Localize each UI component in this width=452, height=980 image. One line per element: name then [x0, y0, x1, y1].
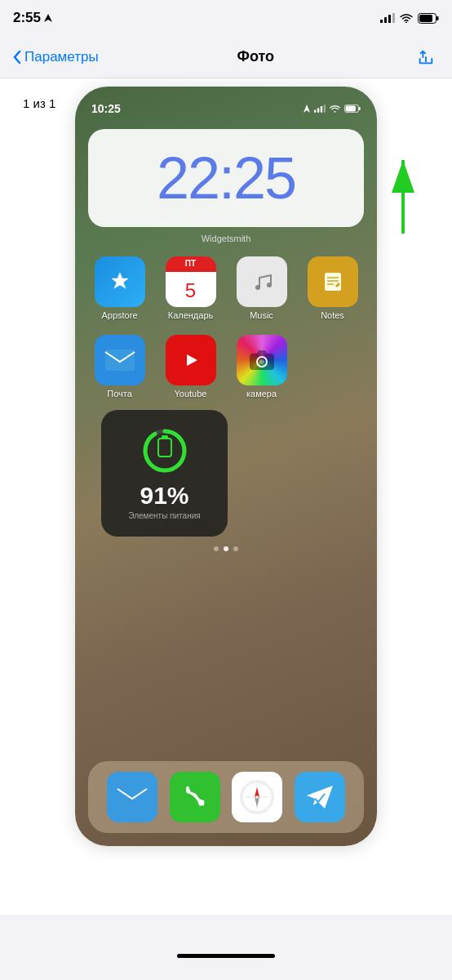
notes-icon	[308, 256, 358, 307]
phone-status-icons	[304, 105, 361, 113]
back-button[interactable]: Параметры	[13, 49, 99, 65]
camera-label: камера	[246, 389, 277, 399]
dock-phone-icon[interactable]	[170, 772, 220, 822]
svg-rect-7	[436, 16, 439, 20]
bottom-bar	[0, 915, 452, 980]
svg-rect-4	[392, 13, 395, 23]
svg-rect-19	[346, 106, 356, 112]
arrow-annotation	[354, 144, 419, 245]
widget-clock-time: 22:25	[157, 149, 295, 207]
mail-label: Почта	[107, 389, 132, 399]
svg-marker-0	[44, 14, 52, 22]
youtube-icon	[166, 335, 216, 385]
wifi-icon	[400, 13, 413, 23]
widget-name: Widgetsmith	[75, 230, 377, 245]
battery-widget: 91% Элементы питания	[101, 410, 228, 537]
svg-rect-13	[317, 108, 319, 112]
youtube-label: Youtube	[175, 389, 207, 399]
svg-point-20	[255, 285, 260, 290]
svg-rect-26	[105, 350, 135, 371]
phone-status-bar: 10:25	[75, 87, 377, 122]
location-icon	[44, 14, 52, 22]
svg-rect-34	[158, 439, 171, 457]
calendar-icon: ПТ 5	[166, 256, 216, 307]
dock-mail-icon[interactable]	[107, 772, 157, 822]
svg-rect-12	[314, 110, 316, 113]
music-logo	[250, 270, 274, 294]
dock-telegram-icon[interactable]	[295, 772, 345, 822]
app-icon-music[interactable]: Music	[230, 256, 293, 320]
phone-signal-icon	[314, 105, 326, 113]
mail-logo	[104, 349, 135, 372]
phone-mockup: 10:25	[75, 87, 377, 846]
battery-ring	[140, 426, 189, 475]
svg-rect-36	[117, 786, 148, 808]
appstore-label: Appstore	[101, 310, 137, 320]
signal-icon	[380, 13, 395, 23]
status-bar: 2:55	[0, 0, 452, 36]
svg-rect-18	[359, 107, 361, 110]
dock	[88, 761, 364, 833]
notes-label: Notes	[321, 310, 344, 320]
nav-title: Фото	[237, 48, 274, 65]
photo-counter: 1 из 1	[15, 93, 64, 114]
svg-rect-1	[380, 20, 383, 23]
phone-location-icon	[304, 105, 310, 113]
dot-1	[214, 546, 219, 551]
phone-battery-icon	[344, 105, 361, 113]
phone-screen: 10:25	[75, 87, 377, 846]
app-icon-notes[interactable]: Notes	[301, 256, 364, 320]
svg-rect-14	[321, 106, 322, 113]
svg-rect-3	[388, 15, 391, 23]
app-icon-camera[interactable]: камера	[230, 335, 293, 399]
svg-rect-35	[162, 435, 168, 439]
battery-widget-container: 91% Элементы питания	[75, 410, 377, 537]
camera-icon	[237, 335, 287, 385]
notes-logo	[319, 268, 347, 296]
mail-icon	[95, 335, 145, 385]
battery-label-text: Элементы питания	[128, 511, 200, 520]
svg-rect-2	[384, 17, 387, 23]
share-button[interactable]	[413, 44, 439, 70]
app-grid: Appstore ПТ 5 Календарь	[75, 245, 377, 399]
phone-status-time: 10:25	[91, 102, 121, 115]
nav-bar: Параметры Фото	[0, 36, 452, 78]
appstore-icon	[95, 256, 145, 307]
status-icons	[380, 13, 439, 24]
battery-ring-svg	[140, 426, 189, 475]
svg-point-5	[405, 22, 407, 24]
phone-wifi-icon	[330, 105, 340, 113]
back-chevron-icon	[13, 51, 21, 64]
app-icon-appstore[interactable]: Appstore	[88, 256, 151, 320]
share-icon	[417, 48, 435, 66]
status-time: 2:55	[13, 10, 52, 26]
svg-point-21	[267, 283, 272, 287]
photo-viewer: 1 из 1 10:25	[0, 78, 452, 915]
youtube-logo	[175, 349, 207, 372]
app-icon-mail[interactable]: Почта	[88, 335, 151, 399]
svg-point-31	[259, 359, 264, 364]
calendar-label: Календарь	[168, 310, 214, 320]
home-indicator	[177, 954, 275, 958]
dot-3	[233, 546, 238, 551]
app-icon-calendar[interactable]: ПТ 5 Календарь	[159, 256, 222, 320]
appstore-logo	[106, 268, 134, 296]
music-icon	[237, 256, 287, 307]
camera-logo	[248, 349, 276, 372]
battery-icon	[418, 13, 439, 24]
svg-rect-15	[324, 105, 326, 112]
clock-widget: 22:25	[88, 129, 364, 227]
page-dots	[75, 546, 377, 551]
svg-rect-8	[419, 15, 432, 22]
dock-safari-icon[interactable]	[232, 772, 282, 822]
app-icon-youtube[interactable]: Youtube	[159, 335, 222, 399]
svg-marker-11	[304, 105, 310, 113]
dot-2	[224, 546, 228, 551]
music-label: Music	[250, 310, 273, 320]
svg-point-16	[335, 111, 336, 113]
svg-rect-22	[325, 273, 341, 291]
battery-percent-text: 91%	[140, 482, 188, 510]
